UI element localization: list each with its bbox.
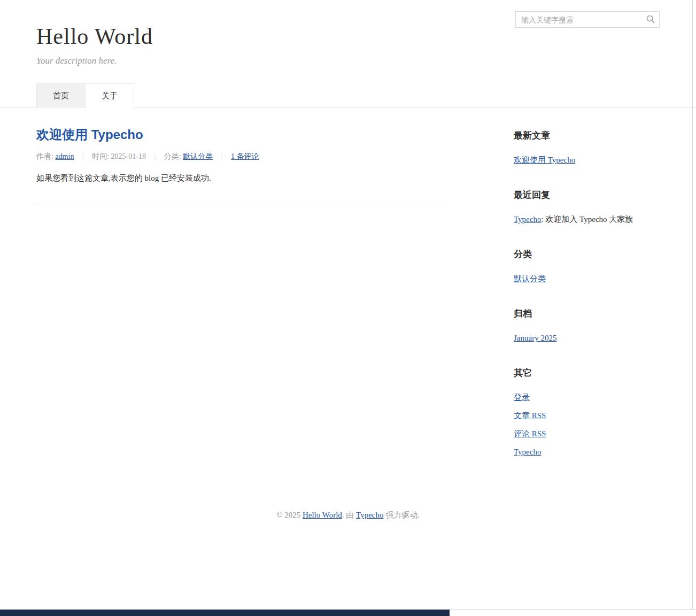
widget-misc: 其它 登录 文章 RSS 评论 RSS Typecho [514, 367, 660, 457]
list-item: Typecho: 欢迎加入 Typecho 大家族 [514, 214, 660, 225]
list-item: January 2025 [514, 333, 660, 343]
post-meta: 作者: admin | 时间: 2025-01-18 | 分类: 默认分类 | … [36, 152, 448, 161]
search-box [515, 11, 660, 28]
recent-post-link[interactable]: 欢迎使用 Typecho [514, 156, 575, 164]
blog-page: Hello World Your description here. 首页 关于 [0, 0, 696, 520]
list-item: 评论 RSS [514, 428, 660, 439]
taskbar-fragment [0, 610, 450, 616]
site-description: Your description here. [36, 56, 660, 66]
widget-categories: 分类 默认分类 [514, 248, 660, 284]
search-button[interactable] [644, 13, 657, 26]
post-title-link[interactable]: 欢迎使用 Typecho [36, 127, 143, 142]
widget-recent-posts: 最新文章 欢迎使用 Typecho [514, 129, 660, 165]
archive-link[interactable]: January 2025 [514, 334, 556, 342]
post-author-link[interactable]: admin [55, 152, 74, 160]
widget-title-misc: 其它 [514, 367, 660, 379]
category-link[interactable]: 默认分类 [514, 274, 546, 283]
post-body: 如果您看到这篇文章,表示您的 blog 已经安装成功. [36, 173, 448, 183]
list-item: 登录 [514, 392, 660, 403]
recent-comment-author-link[interactable]: Typecho [514, 215, 541, 224]
nav-item-home[interactable]: 首页 [36, 83, 86, 108]
meta-separator: | [221, 152, 223, 160]
widget-recent-comments: 最近回复 Typecho: 欢迎加入 Typecho 大家族 [514, 189, 660, 225]
footer-suffix-text: 强力驱动. [384, 511, 420, 519]
list-item: 默认分类 [514, 273, 660, 284]
list-item: Typecho [514, 446, 660, 457]
nav-item-about[interactable]: 关于 [85, 83, 134, 108]
footer-copyright: © 2025 [276, 511, 303, 519]
post-title: 欢迎使用 Typecho [36, 126, 448, 143]
list-item: 文章 RSS [514, 410, 660, 421]
widget-title-archives: 归档 [514, 307, 660, 320]
main-nav: 首页 关于 [36, 83, 660, 107]
widget-archives: 归档 January 2025 [514, 307, 660, 343]
window-right-edge [692, 0, 693, 609]
site-header: Hello World Your description here. 首页 关于 [0, 0, 696, 108]
sidebar: 最新文章 欢迎使用 Typecho 最近回复 Typecho: 欢迎加入 Typ… [514, 126, 660, 481]
footer-typecho-link[interactable]: Typecho [356, 511, 383, 519]
widget-title-recent-comments: 最近回复 [514, 189, 660, 201]
widget-title-categories: 分类 [514, 248, 660, 260]
login-link[interactable]: 登录 [514, 393, 530, 402]
post-list: 欢迎使用 Typecho 作者: admin | 时间: 2025-01-18 … [36, 126, 448, 204]
recent-comment-excerpt: : 欢迎加入 Typecho 大家族 [541, 215, 633, 224]
post-author-label: 作者: [36, 152, 53, 160]
search-input[interactable] [516, 12, 659, 27]
list-item: 欢迎使用 Typecho [514, 155, 660, 165]
post-date: 2025-01-18 [111, 152, 146, 160]
comment-rss-link[interactable]: 评论 RSS [514, 429, 546, 438]
widget-title-recent-posts: 最新文章 [514, 129, 660, 142]
typecho-link[interactable]: Typecho [514, 448, 541, 456]
search-icon [646, 18, 655, 26]
site-footer: © 2025 Hello World. 由 Typecho 强力驱动. [0, 489, 696, 520]
post-category-label: 分类: [164, 152, 181, 160]
meta-separator: | [154, 152, 156, 160]
post: 欢迎使用 Typecho 作者: admin | 时间: 2025-01-18 … [36, 126, 448, 183]
post-divider [36, 204, 448, 204]
meta-separator: | [82, 152, 84, 160]
post-comments-link[interactable]: 1 条评论 [231, 152, 259, 160]
footer-middle-text: . 由 [342, 511, 356, 519]
post-category-link[interactable]: 默认分类 [183, 152, 213, 160]
footer-site-link[interactable]: Hello World [303, 511, 342, 519]
site-branding: Hello World Your description here. [36, 24, 660, 66]
post-rss-link[interactable]: 文章 RSS [514, 411, 546, 420]
post-time-label: 时间: [92, 152, 109, 160]
content-area: 欢迎使用 Typecho 作者: admin | 时间: 2025-01-18 … [36, 108, 660, 489]
